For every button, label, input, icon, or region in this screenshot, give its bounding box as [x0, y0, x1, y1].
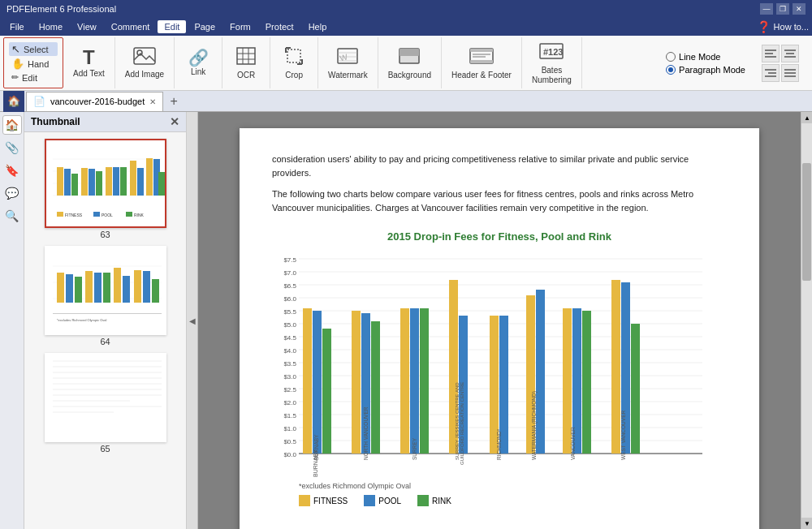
svg-rect-76: [143, 271, 150, 303]
menu-edit[interactable]: Edit: [158, 20, 186, 33]
add-text-button[interactable]: T Add Text: [67, 41, 111, 86]
paragraph-mode-option[interactable]: Paragraph Mode: [666, 65, 745, 75]
svg-rect-53: [137, 168, 144, 196]
svg-rect-71: [94, 273, 102, 303]
svg-text:#123: #123: [543, 47, 563, 57]
svg-rect-75: [134, 270, 141, 303]
panel-collapse-handle[interactable]: ◀: [187, 112, 198, 529]
svg-text:$6.0: $6.0: [283, 295, 296, 303]
legend-fitness: FITNESS: [299, 495, 348, 506]
svg-text:$5.0: $5.0: [283, 321, 296, 329]
crop-icon: [284, 46, 304, 69]
header-footer-icon: [469, 46, 494, 69]
thumbnail-page-64[interactable]: *excludes Richmond Olympic Oval 64: [45, 246, 166, 346]
menu-file[interactable]: File: [3, 20, 31, 33]
title-bar: PDFElement 6 Professional — ❐ ✕: [0, 0, 812, 18]
justify-button[interactable]: [781, 64, 799, 82]
menu-protect[interactable]: Protect: [259, 20, 300, 33]
select-tool[interactable]: ↖ Select: [9, 42, 58, 56]
svg-rect-0: [134, 48, 155, 64]
line-mode-radio[interactable]: [666, 52, 676, 62]
new-tab-button[interactable]: +: [165, 92, 183, 110]
ocr-icon: [235, 46, 257, 69]
svg-rect-18: [400, 49, 419, 56]
edit-tool[interactable]: ✏ Edit: [9, 71, 58, 84]
thumb-image-65: [45, 353, 166, 442]
menu-home[interactable]: Home: [32, 20, 69, 33]
select-tools-group: ↖ Select ✋ Hand ✏ Edit: [3, 37, 63, 88]
scroll-track[interactable]: [801, 123, 812, 518]
thumbnail-page-63[interactable]: FITNESS POOL RINK 63: [45, 139, 166, 239]
sidebar-search-icon[interactable]: 🔍: [2, 206, 22, 226]
crop-button[interactable]: Crop: [274, 41, 314, 86]
legend-rink: RINK: [417, 495, 451, 506]
svg-rect-44: [64, 169, 71, 196]
svg-rect-132: [420, 308, 429, 454]
tab-close-button[interactable]: ✕: [149, 97, 156, 106]
pdf-page: consideration users' ability to pay and …: [240, 128, 759, 529]
thumbnail-close-button[interactable]: ✕: [170, 115, 179, 128]
watermark-button[interactable]: W Watermark: [322, 41, 374, 86]
title-bar-controls: — ❐ ✕: [760, 3, 806, 15]
scroll-thumb[interactable]: [802, 163, 811, 282]
sidebar-thumbnail-icon[interactable]: 🏠: [2, 115, 22, 135]
bates-button[interactable]: #123 BatesNumbering: [525, 41, 578, 86]
title-bar-title: PDFElement 6 Professional: [6, 4, 116, 14]
background-button[interactable]: Background: [382, 41, 438, 86]
sidebar: 🏠 📎 🔖 💬 🔍: [0, 112, 24, 529]
pdf-area[interactable]: consideration users' ability to pay and …: [198, 112, 801, 529]
svg-text:GUILDFORD RECREATION CENTRE: GUILDFORD RECREATION CENTRE: [460, 382, 464, 465]
svg-rect-50: [113, 167, 119, 196]
svg-rect-2: [237, 48, 255, 64]
bates-group: #123 BatesNumbering: [522, 37, 582, 88]
sidebar-bookmark-icon[interactable]: 🔖: [2, 161, 22, 180]
sidebar-attachment-icon[interactable]: 📎: [2, 138, 22, 157]
align-center-button[interactable]: [781, 45, 799, 62]
menu-view[interactable]: View: [71, 20, 103, 33]
svg-rect-129: [371, 321, 380, 454]
align-right-button[interactable]: [762, 64, 780, 82]
scroll-up-button[interactable]: ▲: [801, 112, 812, 123]
fitness-color-swatch: [299, 495, 310, 506]
home-button[interactable]: 🏠: [3, 91, 24, 112]
thumb-image-64: *excludes Richmond Olympic Oval: [45, 246, 166, 335]
close-button[interactable]: ✕: [793, 3, 806, 15]
thumbnail-page-65[interactable]: 65: [45, 353, 166, 454]
sidebar-comment-icon[interactable]: 💬: [2, 183, 22, 203]
minimize-button[interactable]: —: [760, 3, 773, 15]
svg-text:FITNESS: FITNESS: [65, 213, 83, 217]
svg-rect-72: [103, 273, 110, 303]
paragraph-mode-radio[interactable]: [666, 65, 676, 75]
add-image-group: Add Image: [115, 37, 175, 88]
thumb-image-63: FITNESS POOL RINK: [45, 139, 166, 228]
background-icon: [399, 46, 420, 69]
ocr-button[interactable]: OCR: [226, 41, 266, 86]
watermark-group: W Watermark: [318, 37, 378, 88]
chart-note: *excludes Richmond Olympic Oval: [299, 482, 727, 490]
align-left-button[interactable]: [762, 45, 780, 62]
how-to[interactable]: ❓ How to...: [757, 20, 809, 33]
background-group: Background: [378, 37, 442, 88]
thumbnail-panel: Thumbnail ✕: [24, 112, 187, 529]
restore-button[interactable]: ❐: [776, 3, 789, 15]
menu-help[interactable]: Help: [302, 20, 334, 33]
svg-rect-51: [120, 167, 127, 196]
svg-rect-20: [470, 49, 493, 52]
scroll-down-button[interactable]: ▼: [801, 518, 812, 529]
menu-form[interactable]: Form: [223, 20, 257, 33]
hand-tool[interactable]: ✋ Hand: [9, 57, 58, 71]
vertical-scrollbar[interactable]: ▲ ▼: [801, 112, 812, 529]
paragraph-2: The following two charts below compare v…: [272, 187, 727, 214]
link-button[interactable]: 🔗 Link: [178, 41, 218, 86]
add-image-button[interactable]: Add Image: [119, 41, 171, 86]
thumbnail-header: Thumbnail ✕: [24, 112, 186, 132]
line-mode-option[interactable]: Line Mode: [666, 52, 745, 62]
svg-text:$2.5: $2.5: [283, 386, 296, 394]
menu-comment[interactable]: Comment: [105, 20, 157, 33]
tab-bar: 🏠 📄 vancouver-2016-budget ✕ +: [0, 91, 812, 112]
svg-rect-57: [57, 212, 63, 217]
menu-page[interactable]: Page: [188, 20, 222, 33]
header-footer-button[interactable]: Header & Footer: [445, 41, 518, 86]
active-tab[interactable]: 📄 vancouver-2016-budget ✕: [26, 92, 163, 111]
svg-text:RINK: RINK: [134, 213, 145, 217]
